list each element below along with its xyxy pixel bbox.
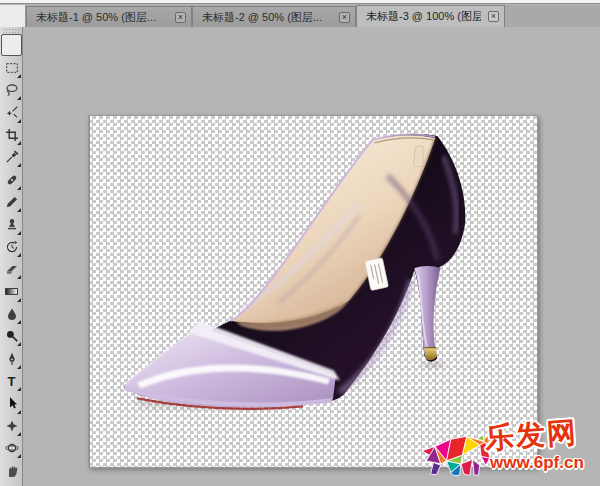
eraser-tool[interactable] — [1, 258, 22, 280]
window-top-strip — [0, 0, 600, 4]
tab-label: 未标题-3 @ 100% (图层 1, RGB/8) * — [366, 9, 481, 24]
brush-tool[interactable] — [1, 191, 22, 213]
tab-close-icon[interactable]: × — [175, 12, 186, 23]
pen-tool[interactable] — [1, 347, 22, 369]
tab-close-icon[interactable]: × — [339, 12, 350, 23]
tab-untitled-2[interactable]: 未标题-2 @ 50% (图层... × — [192, 6, 356, 27]
tab-untitled-1[interactable]: 未标题-1 @ 50% (图层... × — [26, 6, 192, 27]
gradient-swatch-icon — [5, 288, 18, 295]
document-tab-bar: 未标题-1 @ 50% (图层... × 未标题-2 @ 50% (图层... … — [0, 5, 600, 27]
history-brush-tool[interactable] — [1, 236, 22, 258]
gradient-tool[interactable] — [1, 280, 22, 302]
tab-close-icon[interactable]: × — [488, 11, 499, 22]
tab-label: 未标题-1 @ 50% (图层... — [36, 10, 156, 25]
canvas-checkerboard[interactable] — [88, 115, 538, 468]
rotate-3d-tool[interactable] — [1, 437, 22, 459]
magic-wand-tool[interactable] — [1, 101, 22, 123]
custom-shape-tool[interactable] — [1, 415, 22, 437]
dodge-tool[interactable] — [1, 325, 22, 347]
tool-palette: T — [0, 27, 23, 486]
spot-healing-brush-tool[interactable] — [1, 168, 22, 190]
move-tool[interactable] — [1, 34, 22, 56]
tab-bar-corner — [0, 5, 26, 27]
type-tool-glyph: T — [8, 374, 16, 389]
tab-untitled-3[interactable]: 未标题-3 @ 100% (图层 1, RGB/8) * × — [356, 5, 505, 27]
tab-label: 未标题-2 @ 50% (图层... — [202, 10, 322, 25]
clone-stamp-tool[interactable] — [1, 213, 22, 235]
work-area: 乐发网 www.6pf.cn — [23, 27, 600, 486]
blur-tool[interactable] — [1, 303, 22, 325]
hand-tool[interactable] — [1, 459, 22, 481]
shoe-image — [89, 116, 537, 467]
lasso-tool[interactable] — [1, 79, 22, 101]
path-selection-tool[interactable] — [1, 392, 22, 414]
type-tool[interactable]: T — [1, 370, 22, 392]
crop-tool[interactable] — [1, 124, 22, 146]
rectangular-marquee-tool[interactable] — [1, 56, 22, 78]
eyedropper-tool[interactable] — [1, 146, 22, 168]
